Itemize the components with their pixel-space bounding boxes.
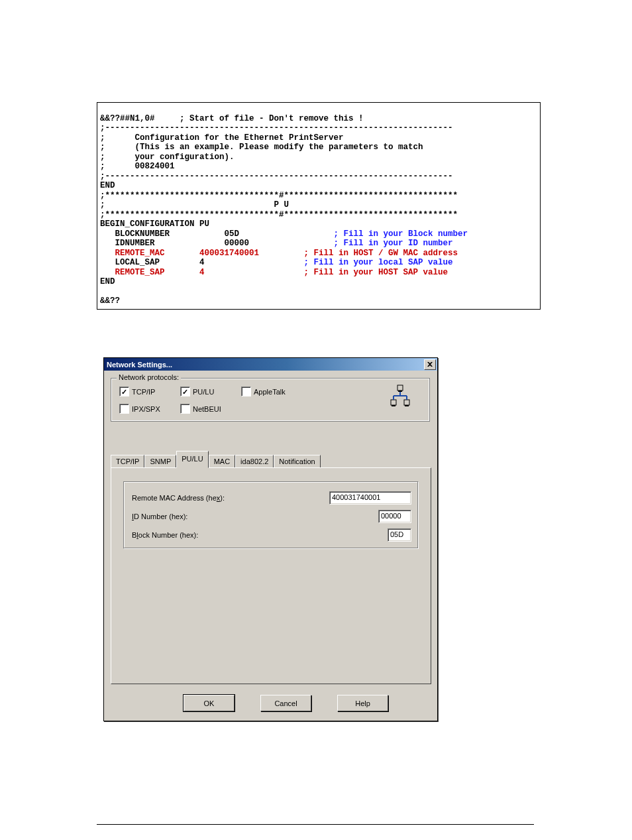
code-line: ; Configuration for the Ethernet PrintSe… — [100, 133, 344, 143]
svg-rect-0 — [397, 385, 403, 390]
button-label: Cancel — [274, 699, 297, 707]
tab-strip: TCP/IP SNMP PU/LU MAC ida802.2 Notificat… — [111, 453, 432, 468]
checkbox-icon — [180, 404, 190, 414]
checkbox-icon — [241, 387, 251, 396]
code-line: ;***********************************#***… — [100, 191, 458, 200]
tab-label: Notification — [279, 457, 315, 465]
code-line: ;***********************************#***… — [100, 210, 458, 219]
ok-button[interactable]: OK — [184, 695, 235, 711]
pulu-fields-group: Remote MAC Address (hex): 400031740001 I… — [123, 481, 419, 549]
block-number-label: Block Number (hex): — [132, 531, 198, 539]
network-protocols-group: Network protocols: TCP/IP PU/LU AppleTal… — [111, 378, 430, 422]
code-line: LOCAL_SAP 4 — [100, 258, 304, 267]
svg-rect-2 — [404, 400, 409, 405]
code-line: &&??##N1,0# ; Start of file - Don't remo… — [100, 114, 364, 123]
code-comment: ; Fill in your local SAP value — [304, 258, 453, 267]
close-icon — [427, 362, 433, 367]
id-number-label: ID Number (hex): — [132, 512, 187, 520]
tab-label: ida802.2 — [240, 457, 268, 465]
checkbox-icon — [119, 387, 129, 396]
code-comment: ; Fill in your Block number — [334, 229, 468, 239]
checkbox-label: IPX/SPX — [132, 405, 160, 413]
tab-mac[interactable]: MAC — [209, 455, 235, 469]
code-line: IDNUMBER 00000 — [100, 239, 334, 248]
block-number-input[interactable]: 05D — [388, 528, 411, 542]
tab-label: SNMP — [150, 457, 171, 465]
config-file-listing: &&??##N1,0# ; Start of file - Don't remo… — [97, 102, 541, 310]
button-label: Help — [355, 699, 370, 707]
network-icon — [387, 384, 413, 412]
checkbox-icon — [119, 404, 129, 414]
input-value: 05D — [390, 530, 403, 538]
code-line: ; your configuration). — [100, 152, 235, 162]
label-text: ock Number (hex): — [138, 531, 198, 539]
code-line: BEGIN_CONFIGURATION PU — [100, 219, 209, 229]
tab-pulu[interactable]: PU/LU — [176, 451, 208, 468]
label-text: ): — [220, 494, 225, 502]
tab-label: MAC — [214, 457, 230, 465]
checkbox-label: TCP/IP — [132, 388, 155, 396]
checkbox-pulu[interactable]: PU/LU — [180, 387, 214, 396]
cancel-button[interactable]: Cancel — [260, 695, 311, 711]
code-line: ; (This is an example. Please modify the… — [100, 143, 423, 152]
id-number-input[interactable]: 00000 — [378, 510, 411, 523]
checkbox-label: AppleTalk — [254, 388, 286, 396]
network-settings-dialog: Network Settings... Network protocols: T… — [103, 357, 438, 721]
dialog-titlebar[interactable]: Network Settings... — [104, 358, 437, 371]
button-label: OK — [204, 699, 215, 707]
code-comment: ; Fill in your ID number — [334, 239, 453, 248]
tab-label: TCP/IP — [116, 457, 139, 465]
code-line: ; P U — [100, 200, 289, 210]
code-comment-highlight: ; Fill in HOST / GW MAC address — [304, 249, 458, 258]
dialog-title: Network Settings... — [107, 361, 172, 369]
checkbox-label: PU/LU — [193, 388, 214, 396]
tab-tcpip[interactable]: TCP/IP — [111, 455, 144, 469]
tab-ida8022[interactable]: ida802.2 — [235, 455, 274, 469]
code-line: ;---------------------------------------… — [100, 172, 453, 181]
checkbox-netbeui[interactable]: NetBEUI — [180, 404, 221, 414]
code-line-highlight: REMOTE_SAP 4 — [100, 268, 304, 277]
svg-rect-9 — [398, 390, 402, 392]
group-label: Network protocols: — [117, 373, 181, 381]
help-button[interactable]: Help — [337, 695, 388, 711]
input-value: 400031740001 — [332, 493, 380, 501]
code-line: &&?? — [100, 296, 120, 306]
tab-notification[interactable]: Notification — [274, 455, 320, 469]
tab-label: PU/LU — [182, 455, 203, 463]
code-line: END — [100, 181, 115, 190]
remote-mac-label: Remote MAC Address (hex): — [132, 494, 225, 502]
code-comment-highlight: ; Fill in your HOST SAP value — [304, 268, 448, 277]
code-line: END — [100, 277, 115, 286]
code-line-highlight: REMOTE_MAC 400031740001 — [100, 249, 304, 258]
tab-panel-pulu: Remote MAC Address (hex): 400031740001 I… — [111, 467, 431, 684]
label-text: Remote MAC Address (he — [132, 494, 217, 502]
checkbox-ipxspx[interactable]: IPX/SPX — [119, 404, 160, 414]
code-line: BLOCKNUMBER 05D — [100, 229, 334, 239]
code-line: ;---------------------------------------… — [100, 123, 453, 133]
tab-snmp[interactable]: SNMP — [144, 455, 176, 469]
svg-rect-7 — [392, 405, 395, 406]
checkbox-icon — [180, 387, 190, 396]
code-line: ; 00824001 — [100, 162, 175, 171]
checkbox-tcpip[interactable]: TCP/IP — [119, 387, 155, 396]
svg-rect-8 — [405, 405, 409, 406]
remote-mac-input[interactable]: 400031740001 — [329, 491, 411, 505]
svg-rect-1 — [391, 400, 396, 405]
page-divider — [97, 824, 534, 825]
checkbox-label: NetBEUI — [193, 405, 221, 413]
checkbox-appletalk[interactable]: AppleTalk — [241, 387, 286, 396]
input-value: 00000 — [381, 512, 401, 520]
label-text: D Number (hex): — [134, 512, 187, 520]
close-button[interactable] — [424, 359, 436, 370]
